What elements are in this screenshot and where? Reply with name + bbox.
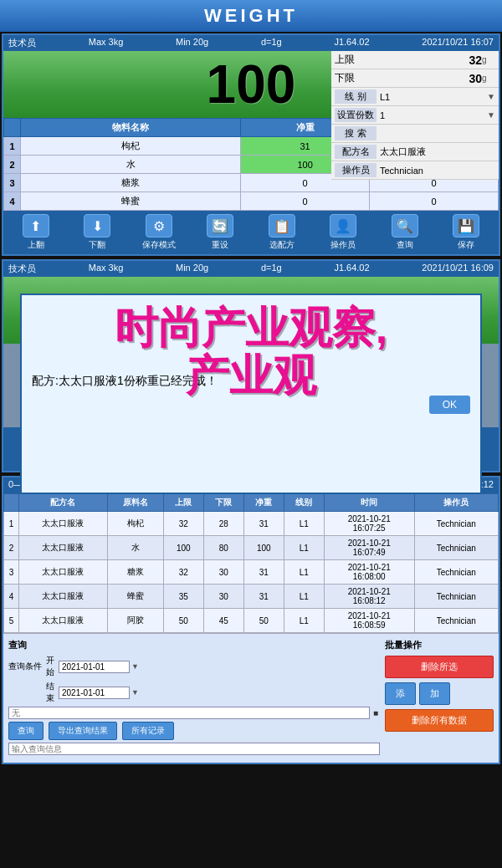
query-field-input[interactable] xyxy=(8,707,370,719)
panel3-bottom-area: 查询 查询条件 开 始 ▼ 结 束 ▼ ■ 查询 导出查询结果 所有 xyxy=(3,633,499,763)
query-start-date-input[interactable] xyxy=(59,661,130,673)
panel1-recipe-value: 太太口服液 xyxy=(380,146,495,158)
panel1-row2-name: 水 xyxy=(21,156,241,174)
panel1-btn-select-recipe[interactable]: 📋 选配方 xyxy=(259,214,305,251)
panel1-portions-row: 设置份数 1 ▼ xyxy=(331,106,499,125)
panel1-right-panel: 上限 32 g 下限 30 g 线 别 L1 ▼ 设置份数 1 ▼ 搜 索 xyxy=(331,51,499,180)
query-conditions-row: 查询条件 开 始 ▼ xyxy=(8,655,380,678)
panel3-col-num xyxy=(4,494,19,512)
recipe-icon: 📋 xyxy=(269,214,295,237)
panel1-btn-up[interactable]: ⬆ 上翻 xyxy=(13,214,59,251)
panel1-toolbar: ⬆ 上翻 ⬇ 下翻 ⚙ 保存模式 🔄 重设 📋 选配方 👤 操作员 🔍 查询 💾 xyxy=(3,211,499,254)
panel1-line-dropdown-icon[interactable]: ▼ xyxy=(487,92,495,101)
panel2-datetime: 2021/10/21 16:09 xyxy=(422,263,494,275)
panel3-row3-lower: 30 xyxy=(203,560,243,585)
start-date-dropdown-icon[interactable]: ▼ xyxy=(131,662,139,671)
panel3-row3-operator: Technician xyxy=(414,560,498,585)
panel1-btn-reset[interactable]: 🔄 重设 xyxy=(197,214,243,251)
panel1-btn-operator[interactable]: 👤 操作员 xyxy=(320,214,366,251)
panel3-row4-upper: 35 xyxy=(163,585,203,609)
panel3-row4-weight: 31 xyxy=(243,585,284,609)
panel3-row2-line: L1 xyxy=(284,536,324,560)
panel3-row4-recipe: 太太口服液 xyxy=(19,585,108,609)
panel1-row1-name: 枸杞 xyxy=(21,137,241,156)
panel1-row4-weight: 0 xyxy=(241,192,370,211)
panel1-weight-value: 100 xyxy=(207,54,296,115)
panel1-btn-query-label: 查询 xyxy=(397,239,413,251)
panel1-datetime: 2021/10/21 16:07 xyxy=(422,37,494,49)
panel3-row2-recipe: 太太口服液 xyxy=(19,536,108,560)
panel1-upper-unit: g xyxy=(482,55,495,64)
panel1-btn-query[interactable]: 🔍 查询 xyxy=(382,214,428,251)
panel1-portions-dropdown-icon[interactable]: ▼ xyxy=(487,110,495,120)
panel1-portions-label: 设置份数 xyxy=(335,108,376,122)
panel3-row2-operator: Technician xyxy=(414,536,498,560)
panel2-status-bar: 技术员 Max 3kg Min 20g d=1g J1.64.02 2021/1… xyxy=(3,261,499,277)
table-row: 4 蜂蜜 0 0 xyxy=(4,192,499,211)
panel2-dialog-text: 配方:太太口服液1份称重已经完成！ xyxy=(32,374,470,389)
panel1-upper-value: 32 xyxy=(360,54,482,67)
panel1-lower-value: 30 xyxy=(360,72,482,85)
panel3-col-time: 时间 xyxy=(324,494,414,512)
search-info-input[interactable] xyxy=(8,743,380,755)
panel3-row5-lower: 45 xyxy=(203,609,243,633)
panel3-row3-material: 糖浆 xyxy=(107,560,163,585)
end-date-dropdown-icon[interactable]: ▼ xyxy=(131,688,139,697)
save-icon: 💾 xyxy=(453,214,479,237)
panel3-row3-line: L1 xyxy=(284,560,324,585)
query-form-header: 查询 xyxy=(8,639,380,651)
panel1-col-name: 物料名称 xyxy=(21,119,241,137)
panel1-lower-label: 下限 xyxy=(335,71,360,85)
panel3-row1-num: 1 xyxy=(4,512,19,536)
query-end-date-input[interactable] xyxy=(59,687,130,699)
panel1-lower-unit: g xyxy=(482,74,495,83)
panel1-btn-down[interactable]: ⬇ 下翻 xyxy=(74,214,120,251)
panel3-row1-recipe: 太太口服液 xyxy=(19,512,108,536)
export-query-button[interactable]: 导出查询结果 xyxy=(49,722,117,740)
query-button[interactable]: 查询 xyxy=(8,722,44,740)
panel1-btn-down-label: 下翻 xyxy=(89,239,105,251)
panel3-row5-num: 5 xyxy=(4,609,19,633)
panel1-search-label: 搜 索 xyxy=(335,126,376,140)
query-field-row: ■ xyxy=(8,707,380,719)
panel3-batch-conditions: 批量操作 删除所选 添 加 删除所有数据 xyxy=(385,639,494,758)
panel1-line-value: L1 xyxy=(380,92,487,102)
panel1-btn-save-mode[interactable]: ⚙ 保存模式 xyxy=(136,214,182,251)
delete-all-button[interactable]: 删除所有数据 xyxy=(385,709,494,732)
panel1-btn-save-label: 保存 xyxy=(458,239,474,251)
panel3-col-recipe: 配方名 xyxy=(19,494,108,512)
batch-conditions-title: 批量操作 xyxy=(385,639,494,651)
up-arrow-icon: ⬆ xyxy=(23,214,49,237)
panel3-row4-material: 蜂蜜 xyxy=(107,585,163,609)
panel3-row3-recipe: 太太口服液 xyxy=(19,560,108,585)
panel1-line-row: 线 别 L1 ▼ xyxy=(331,88,499,106)
panel1-row1-num: 1 xyxy=(4,137,21,156)
delete-selected-button[interactable]: 删除所选 xyxy=(385,656,494,678)
panel3-query-form: 查询 查询条件 开 始 ▼ 结 束 ▼ ■ 查询 导出查询结果 所有 xyxy=(8,639,380,758)
panel3-row3-upper: 32 xyxy=(163,560,203,585)
panel2: 技术员 Max 3kg Min 20g d=1g J1.64.02 2021/1… xyxy=(2,259,500,472)
reset-icon: 🔄 xyxy=(207,214,233,237)
search-info-row xyxy=(8,743,380,755)
panel3-row2-weight: 100 xyxy=(243,536,284,560)
panel3-row5-recipe: 太太口服液 xyxy=(19,609,108,633)
add2-button[interactable]: 加 xyxy=(419,682,450,705)
panel1-btn-operator-label: 操作员 xyxy=(330,239,356,251)
panel3-row2-num: 2 xyxy=(4,536,19,560)
panel2-min: Min 20g xyxy=(176,263,208,275)
panel3-col-weight: 净重 xyxy=(243,494,284,512)
add-button[interactable]: 添 xyxy=(385,682,416,705)
panel1-btn-save-mode-label: 保存模式 xyxy=(142,239,176,251)
panel1-btn-save[interactable]: 💾 保存 xyxy=(443,214,489,251)
panel1-operator-value: Technician xyxy=(380,166,495,176)
all-records-button[interactable]: 所有记录 xyxy=(122,722,174,740)
table-row: 2 太太口服液 水 100 80 100 L1 2021-10-21 16:07… xyxy=(4,536,499,560)
panel1-row3-num: 3 xyxy=(4,174,21,192)
query-buttons-row: 查询 导出查询结果 所有记录 xyxy=(8,722,380,740)
panel3-row3-weight: 31 xyxy=(243,560,284,585)
panel2-dialog-ok-button[interactable]: OK xyxy=(429,396,470,414)
panel1-upper-limit-row: 上限 32 g xyxy=(331,51,499,69)
query-end-sublabel: 结 束 xyxy=(42,681,59,704)
panel3-row1-lower: 28 xyxy=(203,512,243,536)
panel1-row4-name: 蜂蜜 xyxy=(21,192,241,211)
